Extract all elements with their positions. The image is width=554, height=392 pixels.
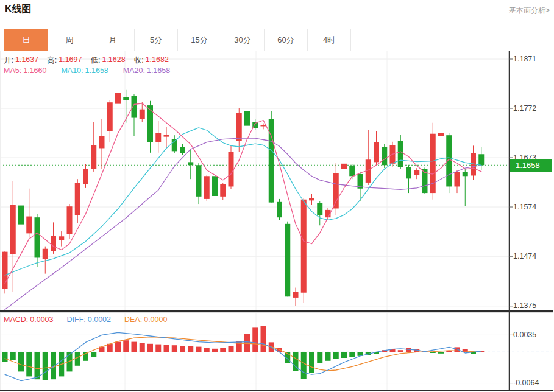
tab-15min[interactable]: 15分	[177, 29, 221, 51]
tab-day[interactable]: 日	[4, 29, 48, 51]
ma10-value: 1.1658	[85, 66, 108, 75]
tab-5min[interactable]: 5分	[134, 29, 178, 51]
kline-page: K线图 基本面分析> 日 周 月 5分 15分 30分 60分 4时 开:1.1…	[0, 0, 554, 392]
tab-60min[interactable]: 60分	[264, 29, 308, 51]
price-tick-5: 1.1474	[513, 251, 551, 261]
high-label: 高:	[47, 55, 57, 66]
macd-label: MACD:	[4, 315, 28, 324]
interval-tabs: 日 周 月 5分 15分 30分 60分 4时	[4, 29, 351, 51]
close-value: 1.1682	[146, 55, 169, 66]
price-tick-2: 1.1772	[513, 103, 551, 113]
diff-label: DIFF:	[67, 315, 86, 324]
current-price-badge: 1.1658	[510, 159, 552, 172]
ma20-value: 1.1658	[147, 66, 170, 75]
ohlc-readout: 开:1.1637 高:1.1697 低:1.1628 收:1.1682	[4, 55, 169, 66]
low-label: 低:	[90, 55, 100, 66]
diff-value: 0.0002	[88, 315, 111, 324]
candlestick-macd-chart-canvas[interactable]	[0, 51, 554, 392]
ma20-label: MA20:	[123, 66, 145, 75]
dea-value: 0.0000	[144, 315, 167, 324]
close-label: 收:	[134, 55, 144, 66]
price-tick-1: 1.1871	[513, 54, 551, 64]
macd-tick-1: 0.0035	[513, 330, 551, 340]
price-tick-4: 1.1574	[513, 202, 551, 212]
header-divider	[0, 18, 554, 18]
tab-4hour[interactable]: 4时	[307, 29, 351, 51]
ma5-label: MA5:	[4, 66, 21, 75]
open-value: 1.1637	[15, 55, 38, 66]
ma10-label: MA10:	[61, 66, 83, 75]
macd-value: 0.0003	[30, 315, 53, 324]
fundamental-analysis-link[interactable]: 基本面分析>	[509, 5, 550, 16]
low-value: 1.1628	[102, 55, 125, 66]
tab-month[interactable]: 月	[91, 29, 135, 51]
price-tick-6: 1.1375	[513, 301, 551, 310]
open-label: 开:	[4, 55, 13, 66]
high-value: 1.1697	[59, 55, 82, 66]
macd-tick-2: -0.0064	[513, 378, 551, 388]
ma-readout: MA5:1.1660 MA10:1.1658 MA20:1.1658	[4, 66, 170, 75]
tab-week[interactable]: 周	[48, 29, 91, 51]
tab-30min[interactable]: 30分	[221, 29, 265, 51]
macd-readout: MACD:0.0003 DIFF:0.0002 DEA:0.0000	[4, 315, 167, 324]
page-title: K线图	[5, 3, 32, 16]
ma5-value: 1.1660	[23, 66, 46, 75]
dea-label: DEA:	[124, 315, 142, 324]
